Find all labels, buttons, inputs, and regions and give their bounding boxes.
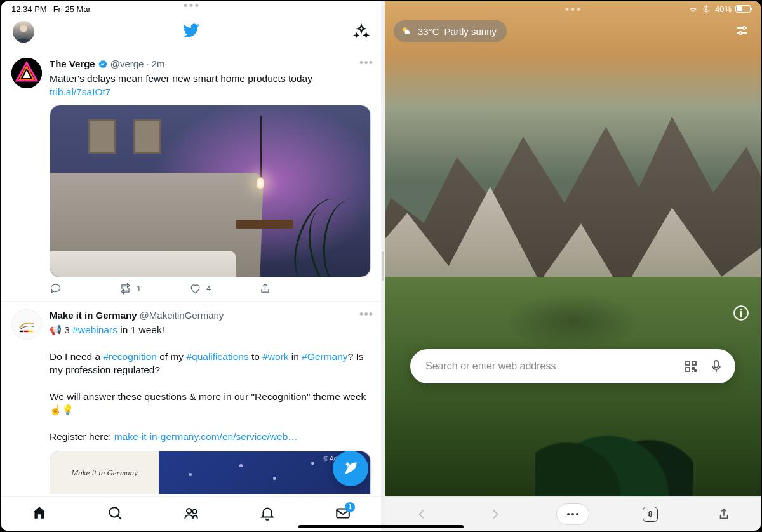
tweet-handle[interactable]: @verge — [110, 58, 144, 70]
tweet-author-name[interactable]: Make it in Germany — [50, 309, 137, 322]
svg-rect-16 — [692, 361, 696, 365]
chevron-left-icon — [415, 507, 429, 521]
nav-forward-button[interactable] — [483, 502, 508, 527]
ipad-split-view: 12:34 PM Fri 25 Mar — [0, 0, 762, 532]
edge-browser-app: 40% 33°C Partly sunny — [385, 1, 761, 531]
tab-notifications[interactable] — [259, 505, 276, 524]
hashtag[interactable]: #webinars — [72, 324, 117, 335]
twitter-bird-icon — [182, 22, 200, 39]
tweet-media-image[interactable] — [50, 105, 371, 277]
retweet-icon — [119, 283, 131, 295]
svg-rect-17 — [686, 368, 690, 371]
qr-icon — [683, 359, 698, 374]
tweet[interactable]: The Verge @verge · 2m ••• Matter's delay… — [1, 50, 381, 301]
tweet-header: Make it in Germany @MakeitinGermany — [50, 309, 371, 322]
svg-rect-12 — [705, 8, 707, 10]
sliders-icon — [734, 23, 749, 38]
svg-point-8 — [110, 507, 119, 517]
messages-badge: 1 — [345, 502, 355, 512]
wifi-icon — [688, 4, 698, 14]
tweet-author-avatar[interactable] — [11, 58, 42, 88]
profile-avatar[interactable] — [13, 21, 34, 43]
svg-point-9 — [187, 508, 192, 513]
svg-rect-5 — [20, 331, 23, 332]
image-info-button[interactable] — [733, 305, 749, 321]
timeline-sparkle-button[interactable] — [353, 23, 370, 40]
bell-icon — [259, 505, 276, 521]
svg-rect-15 — [686, 361, 690, 365]
tweet-handle[interactable]: @MakeitinGermany — [140, 309, 224, 322]
browser-menu-button[interactable] — [556, 503, 589, 525]
multitask-dots-left[interactable] — [184, 4, 199, 7]
verified-badge-icon — [98, 59, 108, 69]
search-input[interactable] — [425, 361, 673, 372]
browser-share-button[interactable] — [711, 502, 737, 527]
qr-scan-button[interactable] — [683, 359, 698, 374]
rotation-lock-icon — [702, 4, 711, 14]
tab-search[interactable] — [107, 505, 123, 524]
nav-back-button[interactable] — [409, 502, 434, 527]
svg-rect-7 — [29, 331, 32, 332]
hashtag[interactable]: #recognition — [103, 351, 156, 362]
reply-icon — [50, 283, 62, 295]
svg-rect-18 — [714, 361, 718, 368]
microphone-icon — [709, 359, 724, 374]
feather-plus-icon — [342, 460, 359, 477]
like-button[interactable]: 4 — [189, 283, 259, 295]
tab-messages[interactable]: 1 — [335, 505, 351, 524]
voice-search-button[interactable] — [709, 359, 724, 374]
info-icon — [733, 305, 749, 321]
svg-point-0 — [20, 25, 27, 32]
verge-logo-icon — [11, 58, 42, 88]
tab-home[interactable] — [31, 505, 48, 524]
tweet-header: The Verge @verge · 2m — [50, 58, 371, 70]
hashtag[interactable]: #work — [262, 351, 288, 362]
battery-icon — [735, 5, 751, 13]
multitask-dots-right[interactable] — [566, 8, 580, 11]
retweet-button[interactable]: 1 — [119, 283, 189, 295]
tweet-link[interactable]: make-it-in-germany.com/en/service/web… — [114, 431, 298, 442]
compose-tweet-button[interactable] — [333, 451, 368, 486]
search-icon — [107, 505, 123, 521]
tweet-more-button[interactable]: ••• — [359, 57, 373, 70]
address-search-bar[interactable] — [410, 349, 735, 383]
twitter-app: The Verge @verge · 2m ••• Matter's delay… — [1, 1, 381, 531]
heart-icon — [189, 283, 201, 295]
tweet-more-button[interactable]: ••• — [359, 308, 373, 321]
makeit-logo-icon — [17, 314, 37, 335]
battery-percent: 40% — [715, 4, 732, 14]
tweet[interactable]: Make it in Germany @MakeitinGermany ••• … — [1, 301, 381, 496]
sparkle-icon — [353, 23, 370, 40]
tweet-link[interactable]: trib.al/7saIOt7 — [50, 86, 111, 97]
page-settings-button[interactable] — [734, 23, 749, 38]
tab-communities[interactable] — [183, 505, 199, 524]
svg-rect-6 — [24, 331, 28, 332]
weather-widget[interactable]: 33°C Partly sunny — [394, 20, 507, 42]
share-icon — [717, 507, 731, 521]
hashtag[interactable]: #qualifications — [186, 351, 248, 362]
chevron-right-icon — [488, 507, 502, 521]
reply-button[interactable] — [50, 283, 119, 295]
tweet-text: 📢 3 #webinars in 1 week! Do I need a #re… — [50, 323, 371, 443]
partly-sunny-icon — [400, 25, 413, 37]
status-bar-right: 40% — [385, 1, 761, 17]
share-button[interactable] — [259, 283, 329, 295]
people-icon — [183, 505, 199, 521]
tweet-time: 2m — [152, 58, 165, 70]
hashtag[interactable]: #Germany — [302, 351, 347, 362]
tab-count: 8 — [643, 507, 658, 522]
svg-point-10 — [192, 509, 197, 514]
tweet-media-image[interactable]: Make it in Germany © AdobeStock — [50, 451, 371, 494]
edge-wallpaper — [385, 1, 761, 531]
twitter-feed[interactable]: The Verge @verge · 2m ••• Matter's delay… — [1, 50, 381, 496]
tabs-button[interactable]: 8 — [638, 502, 663, 527]
tweet-author-name[interactable]: The Verge — [50, 58, 95, 70]
home-indicator[interactable] — [298, 525, 464, 528]
twitter-logo[interactable] — [182, 22, 200, 42]
home-icon — [31, 505, 48, 521]
divider-handle-icon — [382, 251, 384, 281]
tweet-author-avatar[interactable] — [11, 309, 42, 340]
tweet-actions: 1 4 — [50, 277, 371, 297]
tweet-text: Matter's delays mean fewer new smart hom… — [50, 72, 371, 98]
share-icon — [259, 283, 271, 295]
